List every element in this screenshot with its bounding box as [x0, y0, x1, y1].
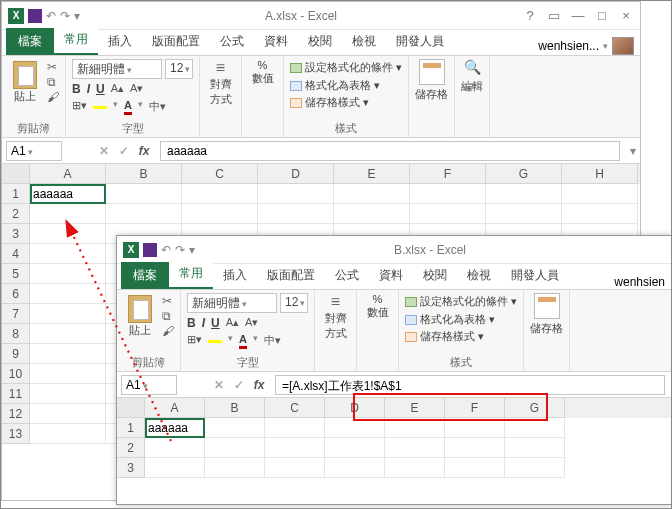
enter-formula-icon[interactable]: ✓ [114, 144, 134, 158]
copy-icon[interactable]: ⧉ [47, 76, 59, 88]
cell[interactable] [30, 244, 106, 264]
cell[interactable] [30, 204, 106, 224]
phonetic-icon[interactable]: 中▾ [149, 99, 166, 115]
col-header[interactable]: G [486, 164, 562, 184]
font-name-combo[interactable]: 新細明體 [187, 293, 277, 313]
cell[interactable] [385, 418, 445, 438]
tab-file[interactable]: 檔案 [6, 28, 54, 55]
font-shrink-icon[interactable]: A▾ [130, 82, 143, 96]
cell[interactable] [265, 418, 325, 438]
col-header[interactable]: F [445, 398, 505, 418]
cell[interactable] [265, 458, 325, 478]
user-account[interactable]: wenhsien... ▾ [538, 37, 640, 55]
italic-button[interactable]: I [87, 82, 90, 96]
cell[interactable] [182, 184, 258, 204]
cells-icon[interactable] [534, 293, 560, 319]
tab-review[interactable]: 校閱 [298, 28, 342, 55]
cell[interactable] [562, 204, 638, 224]
row-header[interactable]: 3 [117, 458, 145, 478]
tab-layout[interactable]: 版面配置 [257, 262, 325, 289]
cell[interactable] [205, 438, 265, 458]
tab-formula[interactable]: 公式 [210, 28, 254, 55]
tab-developer[interactable]: 開發人員 [501, 262, 569, 289]
row-header[interactable]: 4 [2, 244, 30, 264]
tab-view[interactable]: 檢視 [457, 262, 501, 289]
font-name-combo[interactable]: 新細明體 [72, 59, 162, 79]
minimize-icon[interactable]: — [570, 8, 586, 23]
fill-color-icon[interactable] [208, 333, 222, 343]
conditional-format-button[interactable]: 設定格式化的條件 ▾ [290, 59, 402, 77]
save-icon[interactable] [28, 9, 42, 23]
cell[interactable] [145, 438, 205, 458]
tab-home[interactable]: 常用 [54, 26, 98, 55]
cell[interactable] [410, 184, 486, 204]
tab-formula[interactable]: 公式 [325, 262, 369, 289]
row-header[interactable]: 2 [117, 438, 145, 458]
tab-data[interactable]: 資料 [369, 262, 413, 289]
font-shrink-icon[interactable]: A▾ [245, 316, 258, 330]
cell[interactable] [30, 344, 106, 364]
font-color-icon[interactable]: A [239, 333, 247, 349]
cell-A1[interactable]: aaaaaa [30, 184, 106, 204]
fill-color-icon[interactable] [93, 99, 107, 109]
tab-data[interactable]: 資料 [254, 28, 298, 55]
find-icon[interactable]: 🔍 [462, 59, 482, 79]
cancel-formula-icon[interactable]: ✕ [94, 144, 114, 158]
cell[interactable] [334, 204, 410, 224]
name-box[interactable]: A1 [121, 375, 177, 395]
cell[interactable] [205, 458, 265, 478]
cell[interactable] [182, 204, 258, 224]
row-header[interactable]: 11 [2, 384, 30, 404]
formula-expand-icon[interactable]: ▾ [626, 144, 640, 158]
cancel-formula-icon[interactable]: ✕ [209, 378, 229, 392]
cell[interactable] [410, 204, 486, 224]
col-header[interactable]: F [410, 164, 486, 184]
cell[interactable] [325, 418, 385, 438]
row-header[interactable]: 5 [2, 264, 30, 284]
tab-home[interactable]: 常用 [169, 260, 213, 289]
number-icon[interactable]: % [363, 293, 392, 305]
format-as-table-button[interactable]: 格式化為表格 ▾ [405, 311, 517, 329]
col-header[interactable]: E [334, 164, 410, 184]
row-header[interactable]: 9 [2, 344, 30, 364]
col-header[interactable]: D [325, 398, 385, 418]
tab-developer[interactable]: 開發人員 [386, 28, 454, 55]
cell[interactable] [505, 458, 565, 478]
editing-label-btn[interactable]: 編輯 [461, 79, 483, 94]
cell[interactable] [334, 184, 410, 204]
italic-button[interactable]: I [202, 316, 205, 330]
paste-button[interactable]: 貼上 [123, 293, 157, 339]
cell[interactable] [486, 204, 562, 224]
undo-icon[interactable]: ↶ [161, 243, 171, 257]
redo-icon[interactable]: ↷ [175, 243, 185, 257]
cell[interactable] [258, 184, 334, 204]
col-header[interactable]: B [106, 164, 182, 184]
phonetic-icon[interactable]: 中▾ [264, 333, 281, 349]
row-header[interactable]: 6 [2, 284, 30, 304]
cell[interactable] [325, 458, 385, 478]
cell[interactable] [30, 404, 106, 424]
underline-button[interactable]: U [211, 316, 220, 330]
cell[interactable] [486, 184, 562, 204]
row-header[interactable]: 1 [117, 418, 145, 438]
font-grow-icon[interactable]: A▴ [226, 316, 239, 330]
col-header[interactable]: C [182, 164, 258, 184]
col-header[interactable]: D [258, 164, 334, 184]
cell[interactable] [505, 438, 565, 458]
cell[interactable] [30, 304, 106, 324]
alignment-icon[interactable]: ≡ [206, 59, 235, 77]
cell[interactable] [385, 458, 445, 478]
font-grow-icon[interactable]: A▴ [111, 82, 124, 96]
cell-styles-button[interactable]: 儲存格樣式 ▾ [290, 94, 402, 112]
tab-insert[interactable]: 插入 [213, 262, 257, 289]
alignment-icon[interactable]: ≡ [321, 293, 350, 311]
cell[interactable] [30, 284, 106, 304]
font-size-combo[interactable]: 12 [165, 59, 193, 79]
tab-insert[interactable]: 插入 [98, 28, 142, 55]
cell[interactable] [445, 458, 505, 478]
cell[interactable] [445, 438, 505, 458]
copy-icon[interactable]: ⧉ [162, 310, 174, 322]
cell[interactable] [106, 184, 182, 204]
format-as-table-button[interactable]: 格式化為表格 ▾ [290, 77, 402, 95]
cell[interactable] [325, 438, 385, 458]
